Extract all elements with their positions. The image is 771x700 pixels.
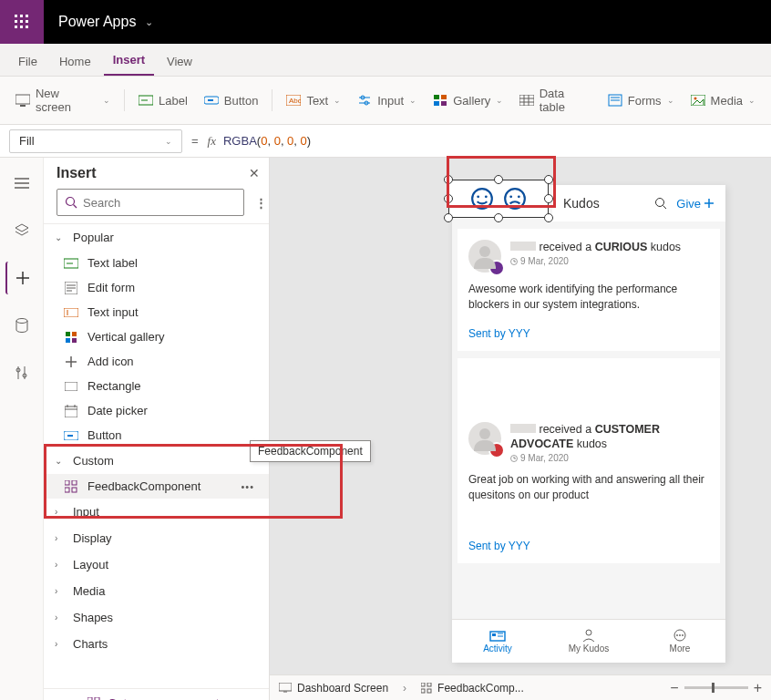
group-popular[interactable]: ⌄Popular [44,224,269,251]
resize-handle[interactable] [544,175,553,184]
layers-icon [15,223,29,238]
ribbon: New screen⌄ Label Button Abc Text⌄ Input… [0,77,771,125]
svg-point-81 [505,189,525,209]
chevron-down-icon: ⌄ [103,96,110,105]
resize-handle[interactable] [544,194,553,203]
item-text-label[interactable]: Text label [44,251,269,275]
give-kudos-button[interactable]: Give [676,197,714,211]
app-title[interactable]: Power Apps ⌄ [58,14,153,30]
svg-point-82 [509,195,512,198]
group-charts[interactable]: ›Charts [44,631,269,657]
item-edit-form[interactable]: Edit form [44,275,269,300]
resize-handle[interactable] [444,213,453,222]
activity-icon [489,629,506,642]
svg-rect-71 [65,488,69,492]
zoom-slider[interactable] [684,686,748,689]
nav-mykudos[interactable]: My Kudos [543,620,634,663]
new-screen-button[interactable]: New screen⌄ [7,82,118,118]
zoom-in-button[interactable]: + [754,680,762,696]
svg-rect-57 [72,332,77,336]
app-search-button[interactable] [654,197,667,210]
item-rectangle[interactable]: Rectangle [44,374,269,398]
property-selector[interactable]: Fill ⌄ [9,129,182,153]
group-input[interactable]: ›Input [44,499,269,525]
panel-more-button[interactable]: ⋮ [252,192,272,213]
chevron-right-icon: › [55,533,66,543]
rail-tree-view[interactable] [5,167,38,200]
svg-rect-56 [66,332,70,336]
close-panel-button[interactable]: ✕ [249,166,260,180]
kudos-card[interactable]: received a CURIOUS kudos 9 Mar, 2020 Awe… [457,229,720,351]
svg-rect-70 [72,480,77,485]
menu-home[interactable]: Home [50,47,100,76]
chevron-right-icon: › [55,639,66,649]
rail-insert[interactable] [5,262,38,294]
menu-view[interactable]: View [158,47,201,76]
chevron-down-icon: ⌄ [55,232,66,242]
zoom-out-button[interactable]: − [670,680,678,696]
group-layout[interactable]: ›Layout [44,551,269,578]
rail-advanced-tools[interactable] [5,356,38,389]
gallery-dropdown[interactable]: Gallery⌄ [425,89,511,112]
svg-rect-21 [434,95,439,99]
formula-editor[interactable]: RGBA(0, 0, 0, 0) [223,134,311,148]
label-button[interactable]: Label [130,89,196,112]
nav-more[interactable]: More [634,620,725,663]
group-media[interactable]: ›Media [44,578,269,604]
zoom-controls[interactable]: −+ [670,680,762,696]
svg-rect-63 [65,407,77,417]
fx-icon[interactable]: fx [208,134,216,149]
group-custom[interactable]: ⌄Custom [44,448,269,474]
components-tree[interactable]: ⌄Popular Text label Edit form Text input… [44,223,269,688]
item-date-picker[interactable]: Date picker [44,398,269,423]
svg-rect-14 [208,99,213,101]
get-more-components-link[interactable]: Get more components [44,688,269,700]
kudos-card[interactable]: received a CUSTOMER ADVOCATE kudos 9 Mar… [457,358,720,563]
waffle-menu[interactable] [0,0,44,44]
search-input[interactable] [57,189,244,216]
forms-dropdown[interactable]: Forms⌄ [600,89,683,112]
card-sent-by: Sent by YYY [468,540,709,552]
chevron-down-icon: ⌄ [165,137,172,146]
resize-handle[interactable] [444,194,453,203]
text-dropdown[interactable]: Abc Text⌄ [278,89,349,112]
canvas[interactable]: Kudos Give received a CURIOUS kudos 9 Ma… [270,158,771,700]
group-display[interactable]: ›Display [44,525,269,551]
form-icon [64,282,78,294]
resize-handle[interactable] [544,213,553,222]
item-vertical-gallery[interactable]: Vertical gallery [44,324,269,349]
button-button[interactable]: Button [196,89,267,112]
chevron-down-icon: ⌄ [667,96,674,105]
breadcrumb-component[interactable]: FeedbackComp... [421,682,524,695]
app-header: Kudos Give [552,185,725,221]
label-icon [64,258,78,269]
group-shapes[interactable]: ›Shapes [44,604,269,631]
nav-activity[interactable]: Activity [452,620,543,663]
svg-rect-6 [15,26,17,28]
input-dropdown[interactable]: Input⌄ [349,89,425,112]
item-more-button[interactable]: ••• [241,481,258,492]
rail-data[interactable] [5,309,38,342]
item-add-icon[interactable]: Add icon [44,349,269,374]
resize-handle[interactable] [444,175,453,184]
svg-point-46 [67,198,75,206]
plus-icon [704,198,714,209]
svg-rect-5 [26,20,28,23]
rail-layers[interactable] [5,214,38,247]
resize-handle[interactable] [494,175,503,184]
resize-handle[interactable] [494,213,503,222]
item-feedback-component[interactable]: FeedbackComponent ••• [44,474,269,499]
menu-insert[interactable]: Insert [104,46,154,76]
item-text-input[interactable]: Text input [44,300,269,324]
avatar [468,240,501,273]
svg-rect-62 [65,382,77,391]
breadcrumb-screen[interactable]: Dashboard Screen [279,682,388,695]
svg-rect-107 [421,689,425,693]
menu-file[interactable]: File [9,47,46,76]
textinput-icon [64,308,78,317]
svg-rect-1 [20,15,23,17]
item-button[interactable]: Button [44,423,269,448]
selected-component[interactable] [445,176,552,221]
data-table-button[interactable]: Data table [511,82,599,118]
media-dropdown[interactable]: Media⌄ [683,89,764,112]
